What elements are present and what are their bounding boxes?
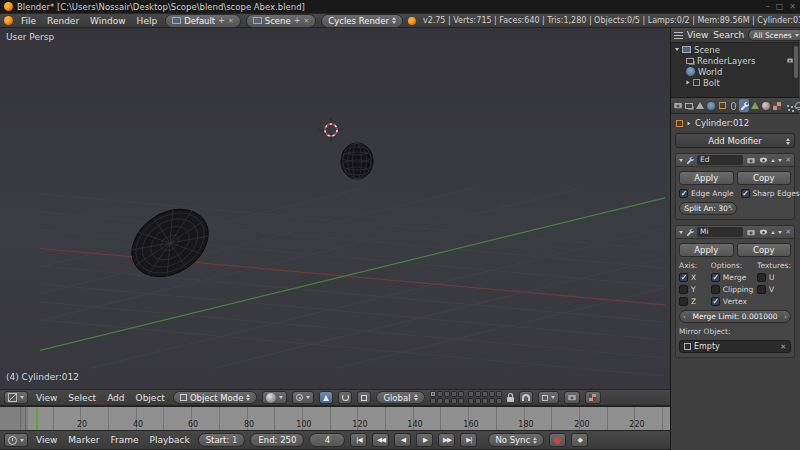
tab-object-data[interactable] (750, 99, 760, 112)
close-screen-icon[interactable]: ✕ (228, 17, 234, 25)
viewport-shading-selector[interactable] (262, 391, 287, 404)
next-keyframe-button[interactable]: ▶▶ (438, 433, 455, 447)
viewport-visibility-toggle-icon[interactable] (760, 158, 767, 163)
editor-type-3dview-selector[interactable] (4, 391, 28, 404)
copy-button[interactable]: Copy (737, 171, 792, 185)
split-angle-slider[interactable]: Split An: 30° (679, 202, 737, 215)
jump-to-end-button[interactable]: ▶| (460, 433, 477, 447)
mesh-object-sphere[interactable] (341, 143, 373, 179)
manipulator-translate-toggle[interactable] (319, 391, 333, 404)
tab-render-layers[interactable] (684, 99, 694, 112)
apply-button[interactable]: Apply (679, 171, 734, 185)
merge-limit-slider[interactable]: Merge Limit: 0.001000 (679, 310, 791, 323)
play-button[interactable]: ▶ (416, 433, 433, 447)
tab-physics[interactable] (794, 99, 800, 112)
menu-file[interactable]: File (18, 16, 39, 26)
disclosure-open-icon[interactable] (675, 48, 679, 51)
menu-outliner-view[interactable]: View (686, 30, 709, 40)
lock-icon[interactable] (507, 397, 514, 402)
outliner-scrollbar[interactable] (794, 46, 798, 78)
menu-tl-playback[interactable]: Playback (147, 435, 193, 445)
menu-add[interactable]: Add (104, 393, 127, 403)
tree-item-scene[interactable]: Scene (671, 44, 799, 55)
breadcrumb-object-name[interactable]: Cylinder:012 (695, 118, 749, 128)
menu-window[interactable]: Window (87, 16, 129, 26)
auto-keyframe-toggle[interactable] (549, 433, 566, 447)
menu-tl-frame[interactable]: Frame (107, 435, 141, 445)
edgesplit-panel-header[interactable]: Ed ✕ (676, 154, 794, 167)
tab-constraints[interactable] (728, 99, 738, 112)
editor-type-info-icon[interactable] (4, 16, 13, 25)
current-frame-field[interactable]: 4 (309, 433, 345, 447)
renderable-icon[interactable] (787, 59, 793, 63)
cursor-3d-icon[interactable] (319, 118, 343, 142)
manipulator-rotate-toggle[interactable] (338, 391, 352, 404)
viewport-scene[interactable] (0, 28, 670, 389)
disclosure-closed-icon[interactable] (686, 81, 690, 84)
add-scene-icon[interactable]: + (294, 16, 301, 25)
delete-modifier-icon[interactable]: ✕ (785, 228, 791, 236)
snap-element-selector[interactable] (538, 391, 559, 404)
mirror-panel-header[interactable]: Mi ✕ (676, 226, 794, 239)
maximize-button[interactable]: □ (776, 2, 784, 11)
move-up-icon[interactable] (771, 159, 775, 162)
move-down-icon[interactable] (778, 159, 782, 162)
tab-object[interactable] (717, 99, 727, 112)
transform-orientation-selector[interactable]: Global (376, 391, 424, 404)
tab-particles[interactable] (783, 99, 793, 112)
panel-expand-icon[interactable] (679, 159, 683, 162)
tab-world[interactable] (706, 99, 716, 112)
mirror-object-field[interactable]: Empty ✕ (679, 340, 791, 353)
menu-view[interactable]: View (33, 393, 60, 403)
clipping-checkbox[interactable] (711, 285, 720, 294)
mesh-object-lens[interactable] (119, 196, 220, 291)
menu-object[interactable]: Object (133, 393, 168, 403)
screen-layout-selector[interactable]: Default + ✕ (165, 14, 241, 28)
tab-render[interactable] (673, 99, 683, 112)
menu-select[interactable]: Select (65, 393, 99, 403)
sharp-edges-checkbox[interactable] (741, 189, 750, 198)
menu-tl-view[interactable]: View (33, 435, 60, 445)
edge-angle-checkbox[interactable] (679, 189, 688, 198)
layer-buttons[interactable] (430, 391, 502, 404)
sync-mode-selector[interactable]: No Sync (488, 433, 544, 447)
manipulator-scale-toggle[interactable] (357, 391, 371, 404)
merge-checkbox[interactable] (711, 273, 720, 282)
tab-texture[interactable] (772, 99, 782, 112)
scene-selector[interactable]: Scene + ✕ (246, 14, 317, 28)
axis-x-checkbox[interactable] (679, 273, 688, 282)
timeline-ruler[interactable]: 20 40 60 80 100 120 140 160 180 200 220 (0, 406, 670, 430)
minimize-button[interactable]: – (766, 2, 770, 11)
texture-v-checkbox[interactable] (757, 285, 766, 294)
modifier-name-field[interactable]: Ed (697, 155, 743, 165)
snap-toggle[interactable] (519, 391, 533, 404)
outliner-display-mode-selector[interactable]: All Scenes (748, 29, 800, 41)
prev-keyframe-button[interactable]: ◀◀ (372, 433, 389, 447)
texture-u-checkbox[interactable] (757, 273, 766, 282)
render-engine-selector[interactable]: Cycles Render (321, 14, 403, 28)
menu-outliner-search[interactable]: Search (712, 30, 745, 40)
play-reverse-button[interactable]: ◀ (394, 433, 411, 447)
tree-item-bolt[interactable]: Bolt (671, 77, 799, 88)
tab-modifiers[interactable] (739, 99, 749, 112)
axis-z-checkbox[interactable] (679, 297, 688, 306)
tab-material[interactable] (761, 99, 771, 112)
viewport-3d[interactable]: User Persp (4) Cylinder:012 (0, 28, 670, 389)
clear-object-icon[interactable]: ✕ (780, 343, 786, 351)
modifier-name-field[interactable]: Mi (697, 227, 743, 237)
close-scene-icon[interactable]: ✕ (303, 17, 309, 25)
menu-render[interactable]: Render (44, 16, 82, 26)
current-frame-playhead[interactable] (36, 407, 38, 430)
start-frame-field[interactable]: Start: 1 (198, 433, 246, 447)
tree-item-world[interactable]: World (671, 66, 799, 77)
close-button[interactable]: ✕ (789, 2, 796, 11)
opengl-render-anim-button[interactable] (585, 391, 601, 404)
panel-expand-icon[interactable] (679, 231, 683, 234)
pivot-point-selector[interactable] (292, 391, 314, 404)
move-down-icon[interactable] (778, 231, 782, 234)
keying-set-button[interactable]: ◆ (571, 433, 588, 447)
mode-selector[interactable]: Object Mode (173, 391, 258, 404)
outliner-editor-icon[interactable] (674, 31, 683, 39)
vertex-checkbox[interactable] (711, 297, 720, 306)
viewport-visibility-toggle-icon[interactable] (760, 230, 767, 235)
